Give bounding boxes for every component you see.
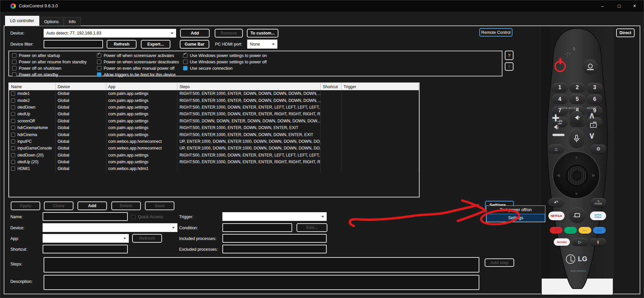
column-header-device[interactable]: Device <box>56 83 106 90</box>
name-input[interactable] <box>43 212 128 221</box>
excluded-processes-input[interactable] <box>222 245 327 253</box>
cell-device: Global <box>56 90 106 97</box>
checkbox[interactable] <box>183 60 187 64</box>
pc-hdmi-port-select[interactable]: None <box>247 40 277 49</box>
cell-device: Global <box>56 145 106 152</box>
quick-access-checkbox[interactable] <box>131 215 136 219</box>
row-checkbox[interactable] <box>11 160 15 164</box>
input-icon: + <box>590 123 597 128</box>
table-row[interactable]: HDMI1Globalcom.webos.app.hdmi1 <box>9 165 419 172</box>
pause-button: ‖ <box>590 238 606 246</box>
checkbox[interactable] <box>12 53 16 58</box>
checkbox[interactable] <box>97 60 101 64</box>
steps-textarea[interactable] <box>44 257 479 273</box>
table-row[interactable]: hdrCinemaHomeGlobalcom.palm.app.settings… <box>9 124 419 131</box>
checkbox[interactable] <box>97 72 101 77</box>
minimize-button[interactable]: – <box>595 0 610 12</box>
table-row[interactable]: oledDownGlobalcom.palm.app.settingsRIGHT… <box>9 104 419 111</box>
row-checkbox[interactable] <box>11 92 15 96</box>
add-step-button[interactable]: Add step <box>485 258 514 267</box>
add-preset-button[interactable]: Add <box>77 201 107 210</box>
cell-name: oledDown (20) <box>9 152 56 159</box>
row-checkbox[interactable] <box>11 146 15 150</box>
row-checkbox[interactable] <box>11 133 15 137</box>
chevron-down-icon <box>172 227 175 229</box>
dpad-up-icon: ▲ <box>574 155 579 160</box>
cell-device: Global <box>56 152 106 159</box>
row-checkbox[interactable] <box>11 105 15 109</box>
help-button[interactable]: ? <box>505 51 514 60</box>
refresh-devices-button[interactable]: Refresh <box>107 40 137 49</box>
column-header-name[interactable]: Name <box>9 83 56 90</box>
name-label: Name: <box>10 215 23 219</box>
device-filter-input[interactable] <box>44 40 103 48</box>
pc-hdmi-port-label: PC HDMI port: <box>215 42 242 47</box>
remote-control-button[interactable]: Remote Control <box>479 28 513 37</box>
remote-model-number: AKB75855501 <box>571 270 586 272</box>
menu-item-test-power-off-on[interactable]: Test power off/on <box>486 206 545 214</box>
delete-preset-button[interactable]: Delete <box>111 201 141 210</box>
checkbox[interactable] <box>183 66 187 70</box>
row-checkbox[interactable] <box>11 112 15 116</box>
table-row[interactable]: inputPCGlobalcom.webos.app.homeconnectUP… <box>9 138 419 145</box>
tab-options[interactable]: Options <box>39 17 64 26</box>
direct-button[interactable]: Direct <box>616 28 635 37</box>
row-checkbox[interactable] <box>11 153 15 157</box>
dpad: ▲ ▼ ◀ ▶ <box>552 151 600 199</box>
table-row[interactable]: hdrCinemaGlobalcom.palm.app.settingsRIGH… <box>9 131 419 138</box>
column-header-app[interactable]: App <box>106 83 178 90</box>
checkbox[interactable] <box>12 72 16 77</box>
condition-input[interactable] <box>222 223 292 232</box>
table-row[interactable]: mode2Globalcom.palm.app.settingsRIGHT:50… <box>9 97 419 104</box>
guide-button: ≡GUIDE <box>591 198 606 207</box>
included-processes-input[interactable] <box>222 234 327 243</box>
cell-app: com.palm.app.settings <box>106 131 178 138</box>
to-custom-button[interactable]: To custom... <box>247 29 278 38</box>
row-checkbox[interactable] <box>11 126 15 130</box>
checkbox[interactable] <box>97 66 101 70</box>
maximize-button[interactable]: □ <box>611 0 627 12</box>
column-header-trigger[interactable]: Trigger <box>341 83 419 90</box>
table-row[interactable]: inputGameConsoleGlobalcom.webos.app.home… <box>9 145 419 152</box>
table-row[interactable]: oledDown (20)Globalcom.palm.app.settings… <box>9 152 419 159</box>
table-row[interactable]: oledUp (20)Globalcom.palm.app.settingsRI… <box>9 159 419 165</box>
form-refresh-apps-button[interactable]: Refresh <box>132 234 162 243</box>
clone-preset-button[interactable]: Clone <box>44 201 73 210</box>
row-checkbox[interactable] <box>11 139 15 143</box>
cell-app: com.palm.app.settings <box>106 152 178 159</box>
apply-preset-button[interactable]: Apply <box>11 201 40 210</box>
description-textarea[interactable] <box>44 275 479 290</box>
device-combobox[interactable]: Auto detect: 77, 192.168.1.83 <box>44 29 176 38</box>
game-bar-button[interactable]: Game Bar <box>180 40 209 49</box>
shortcut-input[interactable] <box>43 245 128 253</box>
power-options-group: Power on after startupPower on after res… <box>8 51 502 76</box>
column-header-shortcut[interactable]: Shortcut <box>321 83 341 90</box>
save-preset-button[interactable]: Save <box>145 201 174 210</box>
trigger-select[interactable] <box>222 212 327 221</box>
tab-lg-controller[interactable]: LG controller <box>5 16 39 26</box>
checkbox[interactable] <box>12 66 16 70</box>
add-device-button[interactable]: Add <box>180 29 210 38</box>
row-checkbox[interactable] <box>11 119 15 123</box>
form-device-select[interactable] <box>43 223 177 232</box>
condition-label: Condition: <box>179 226 198 230</box>
row-checkbox[interactable] <box>11 99 15 103</box>
app-icon <box>10 3 16 9</box>
form-app-select[interactable] <box>43 234 129 243</box>
edit-condition-button[interactable]: Edit... <box>297 223 327 232</box>
table-row[interactable]: screenOffGlobalcom.palm.app.settingsRIGH… <box>9 118 419 124</box>
table-row[interactable]: mode1Globalcom.palm.app.settingsRIGHT:50… <box>9 90 419 97</box>
table-row[interactable]: oledUpGlobalcom.palm.app.settingsRIGHT:5… <box>9 111 419 117</box>
color-button-3: •••• <box>593 227 606 234</box>
checkbox[interactable] <box>12 60 16 64</box>
menu-item-settings[interactable]: Settings <box>486 214 545 222</box>
row-checkbox[interactable] <box>11 167 15 171</box>
expert-button[interactable]: Expert... <box>141 40 170 49</box>
remove-device-button[interactable]: Remove <box>215 29 243 38</box>
s-button[interactable]: S <box>505 62 514 71</box>
tab-info[interactable]: Info <box>64 17 81 26</box>
close-button[interactable]: × <box>627 0 642 12</box>
cell-trigger <box>341 104 419 111</box>
power-option-label: Power on even after manual power off <box>104 66 174 71</box>
column-header-steps[interactable]: Steps <box>177 83 321 90</box>
